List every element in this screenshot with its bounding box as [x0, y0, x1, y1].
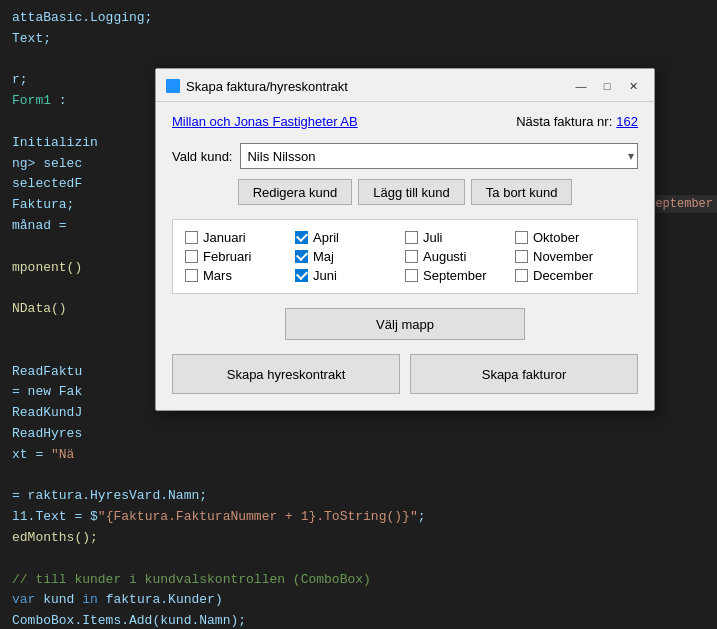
bottom-buttons-row: Skapa hyreskontrakt Skapa fakturor	[172, 354, 638, 394]
customer-select-wrapper: Nils Nilsson ▾	[240, 143, 638, 169]
dialog-header: Millan och Jonas Fastigheter AB Nästa fa…	[172, 114, 638, 129]
month-checkbox-januari[interactable]	[185, 231, 198, 244]
month-item-augusti: Augusti	[405, 249, 515, 264]
title-bar-controls: — □ ✕	[570, 77, 644, 95]
dialog-title: Skapa faktura/hyreskontrakt	[186, 79, 564, 94]
add-customer-button[interactable]: Lägg till kund	[358, 179, 465, 205]
month-checkbox-februari[interactable]	[185, 250, 198, 263]
month-label-januari: Januari	[203, 230, 246, 245]
month-label-juni: Juni	[313, 268, 337, 283]
month-checkbox-augusti[interactable]	[405, 250, 418, 263]
choose-folder-button[interactable]: Välj mapp	[285, 308, 525, 340]
invoice-number-row: Nästa faktura nr: 162	[516, 114, 638, 129]
month-checkbox-september[interactable]	[405, 269, 418, 282]
close-button[interactable]: ✕	[622, 77, 644, 95]
dialog-icon	[166, 79, 180, 93]
month-checkbox-juni[interactable]	[295, 269, 308, 282]
month-label-augusti: Augusti	[423, 249, 466, 264]
month-item-maj: Maj	[295, 249, 405, 264]
month-checkbox-mars[interactable]	[185, 269, 198, 282]
next-invoice-label: Nästa faktura nr:	[516, 114, 612, 129]
create-contract-button[interactable]: Skapa hyreskontrakt	[172, 354, 400, 394]
month-label-december: December	[533, 268, 593, 283]
month-label-juli: Juli	[423, 230, 443, 245]
month-item-februari: Februari	[185, 249, 295, 264]
month-label-april: April	[313, 230, 339, 245]
month-item-juli: Juli	[405, 230, 515, 245]
months-grid: JanuariAprilJuliOktoberFebruariMajAugust…	[172, 219, 638, 294]
customer-select[interactable]: Nils Nilsson	[240, 143, 638, 169]
month-label-oktober: Oktober	[533, 230, 579, 245]
folder-button-row: Välj mapp	[172, 308, 638, 340]
edit-customer-button[interactable]: Redigera kund	[238, 179, 353, 205]
month-item-juni: Juni	[295, 268, 405, 283]
month-item-oktober: Oktober	[515, 230, 625, 245]
month-checkbox-november[interactable]	[515, 250, 528, 263]
month-checkbox-maj[interactable]	[295, 250, 308, 263]
month-item-januari: Januari	[185, 230, 295, 245]
company-link[interactable]: Millan och Jonas Fastigheter AB	[172, 114, 358, 129]
month-label-november: November	[533, 249, 593, 264]
maximize-button[interactable]: □	[596, 77, 618, 95]
action-buttons-row: Redigera kund Lägg till kund Ta bort kun…	[172, 179, 638, 205]
customer-label: Vald kund:	[172, 149, 232, 164]
month-checkbox-december[interactable]	[515, 269, 528, 282]
title-bar: Skapa faktura/hyreskontrakt — □ ✕	[156, 69, 654, 102]
month-label-september: September	[423, 268, 487, 283]
month-checkbox-april[interactable]	[295, 231, 308, 244]
remove-customer-button[interactable]: Ta bort kund	[471, 179, 573, 205]
next-invoice-value[interactable]: 162	[616, 114, 638, 129]
month-item-mars: Mars	[185, 268, 295, 283]
customer-row: Vald kund: Nils Nilsson ▾	[172, 143, 638, 169]
month-item-april: April	[295, 230, 405, 245]
month-checkbox-oktober[interactable]	[515, 231, 528, 244]
minimize-button[interactable]: —	[570, 77, 592, 95]
create-invoice-button[interactable]: Skapa fakturor	[410, 354, 638, 394]
dialog-body: Millan och Jonas Fastigheter AB Nästa fa…	[156, 102, 654, 410]
month-item-december: December	[515, 268, 625, 283]
month-item-november: November	[515, 249, 625, 264]
month-label-maj: Maj	[313, 249, 334, 264]
dialog: Skapa faktura/hyreskontrakt — □ ✕ Millan…	[155, 68, 655, 411]
month-label-februari: Februari	[203, 249, 251, 264]
month-item-september: September	[405, 268, 515, 283]
month-checkbox-juli[interactable]	[405, 231, 418, 244]
month-label-mars: Mars	[203, 268, 232, 283]
